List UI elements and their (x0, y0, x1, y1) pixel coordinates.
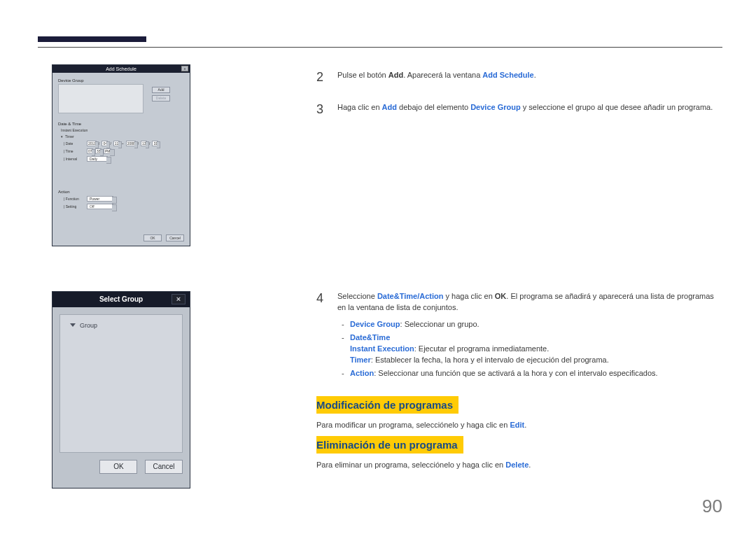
setting-select[interactable]: Off (87, 204, 113, 209)
cancel-button[interactable]: Cancel (166, 234, 184, 241)
step-number-3: 3 (316, 102, 328, 118)
time-min-input[interactable]: 33 (95, 148, 102, 154)
timer-label: Timer (65, 134, 74, 139)
section-modify-text: Para modificar un programa, selecciónelo… (316, 421, 722, 429)
sep: / (149, 141, 150, 146)
device-group-label: Device Group (58, 78, 184, 83)
date-day2-input[interactable]: 31 (152, 141, 158, 146)
date-month2-input[interactable]: 13 (141, 141, 147, 146)
steps-list: 2 Pulse el botón Add. Aparecerá la venta… (316, 70, 722, 134)
add-button[interactable]: Add (152, 87, 170, 93)
step-4-text: Seleccione Date&Time/Action y haga clic … (337, 291, 722, 381)
interval-label: Interval (64, 157, 85, 161)
function-select[interactable]: Power (87, 196, 113, 202)
cancel-button[interactable]: Cancel (145, 460, 183, 474)
add-schedule-titlebar: Add Schedule x (52, 65, 190, 73)
sep: / (110, 141, 111, 146)
date-month1-input[interactable]: 04 (102, 141, 108, 146)
sep: / (138, 141, 139, 146)
delete-button[interactable]: Delete (152, 95, 170, 101)
date-year1-input[interactable]: 2011 (87, 141, 97, 146)
step-4-block: 4 Seleccione Date&Time/Action y haga cli… (316, 291, 722, 398)
page-number: 90 (702, 496, 722, 517)
add-schedule-dialog: Add Schedule x Device Group Add Delete D… (52, 64, 190, 246)
section-delete-heading: Eliminación de un programa (316, 436, 463, 454)
group-tree-area[interactable]: Group (59, 314, 183, 453)
timer-row: ▾ Timer (61, 134, 184, 139)
action-label: Action (58, 190, 184, 194)
date-label: Date (64, 141, 85, 146)
section-modify-heading: Modificación de programas (316, 396, 458, 414)
section-delete-text: Para eliminar un programa, selecciónelo … (316, 461, 722, 469)
time-hour-input[interactable]: 07 (87, 148, 93, 154)
date-day1-input[interactable]: 11 (113, 141, 120, 146)
function-label: Function (64, 197, 85, 201)
time-label: Time (64, 149, 85, 153)
range-tilde: ~ (122, 141, 124, 146)
ok-button[interactable]: OK (144, 234, 162, 241)
select-group-title: Select Group (99, 295, 143, 303)
date-year2-input[interactable]: 2088 (126, 141, 136, 146)
close-button[interactable]: x (181, 66, 188, 71)
close-button[interactable]: × (172, 294, 186, 304)
instant-execution-label: Instant Execution (61, 128, 88, 132)
group-node[interactable]: Group (80, 322, 97, 329)
time-ampm-select[interactable]: PM (104, 148, 111, 154)
setting-label: Setting (64, 204, 85, 209)
device-group-box (58, 84, 144, 113)
step-3-text: Haga clic en Add debajo del elemento Dev… (337, 102, 713, 118)
header-rule (38, 47, 722, 48)
add-schedule-title: Add Schedule (106, 66, 136, 71)
section-delete: Eliminación de un programa Para eliminar… (316, 436, 722, 469)
sep: / (99, 141, 99, 146)
ok-button[interactable]: OK (99, 460, 137, 474)
header-accent-bar (38, 36, 146, 42)
section-modify: Modificación de programas Para modificar… (316, 396, 722, 429)
step-4-sublist: Device Group: Seleccionar un grupo. Date… (337, 319, 722, 379)
step-2-text: Pulse el botón Add. Aparecerá la ventana… (337, 70, 536, 85)
interval-select[interactable]: Daily (87, 156, 108, 162)
select-group-titlebar: Select Group × (52, 292, 190, 307)
step-number-4: 4 (316, 291, 328, 381)
date-time-label: Date & Time (58, 122, 184, 126)
step-number-2: 2 (316, 70, 328, 85)
collapse-icon[interactable] (70, 323, 76, 327)
select-group-dialog: Select Group × Group OK Cancel (52, 291, 190, 489)
